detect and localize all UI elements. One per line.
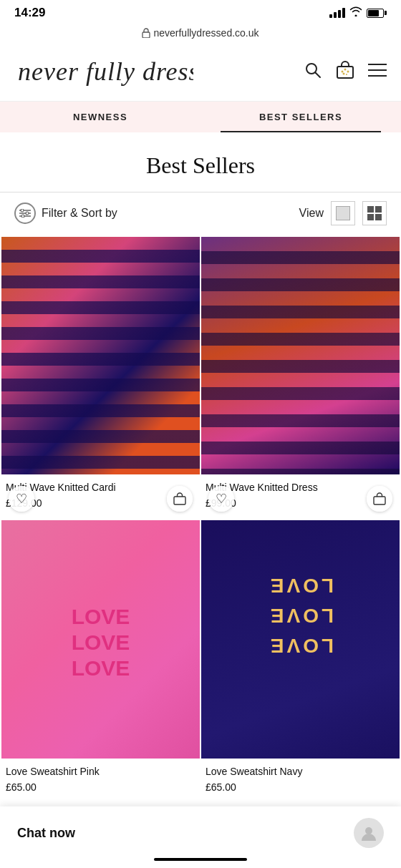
filter-icon	[14, 203, 36, 224]
status-bar: 14:29	[0, 0, 401, 23]
battery-icon	[367, 9, 387, 18]
svg-point-5	[342, 70, 344, 72]
site-logo: never fully dressed	[14, 52, 193, 92]
page-title-section: Best Sellers	[0, 132, 401, 192]
browser-url: neverfullydressed.co.uk	[142, 27, 259, 39]
four-grid-icon	[367, 206, 382, 220]
wishlist-button-2[interactable]: ♡	[208, 486, 234, 512]
view-label: View	[299, 207, 324, 220]
chat-now-text: Chat now	[17, 826, 75, 841]
product-card-1[interactable]: ♡ Multi Wave Knitted Cardi £129.00	[1, 237, 200, 519]
svg-point-8	[343, 72, 345, 74]
wifi-icon	[349, 6, 362, 19]
product-info-4: Love Sweatshirt Navy £65.00	[201, 759, 400, 803]
product-image-4	[201, 520, 400, 758]
product-info-3: Love Sweatshirt Pink £65.00	[1, 759, 200, 803]
product-card-3[interactable]: LOVELOVELOVE Love Sweatshirt Pink £65.00	[1, 520, 200, 802]
product-card-2[interactable]: ♡ Multi Wave Knitted Dress £99.00	[201, 237, 400, 519]
svg-text:never fully dressed: never fully dressed	[18, 57, 193, 86]
status-time: 14:29	[14, 6, 45, 20]
svg-point-21	[365, 827, 372, 834]
svg-point-6	[344, 68, 347, 70]
tab-newness[interactable]: NEWNESS	[0, 102, 200, 132]
add-to-bag-button-2[interactable]	[367, 486, 392, 512]
product-name-3: Love Sweatshirt Pink	[6, 766, 195, 777]
svg-point-9	[346, 74, 347, 75]
chat-avatar	[354, 818, 384, 848]
single-grid-icon	[336, 206, 350, 220]
signal-icon	[329, 8, 345, 18]
product-price-3: £65.00	[6, 781, 195, 793]
product-actions-2: ♡	[201, 486, 400, 512]
lock-icon	[142, 28, 150, 38]
view-single-button[interactable]	[331, 201, 355, 225]
product-image-2	[201, 237, 400, 474]
wishlist-button-1[interactable]: ♡	[9, 486, 34, 512]
filter-label: Filter & Sort by	[42, 207, 117, 220]
home-indicator	[154, 858, 247, 861]
chat-bar[interactable]: Chat now	[0, 806, 401, 868]
svg-line-3	[316, 72, 321, 77]
svg-point-16	[21, 209, 24, 212]
svg-point-18	[21, 215, 24, 218]
nav-tabs: NEWNESS BEST SELLERS	[0, 101, 401, 132]
filter-sort-button[interactable]: Filter & Sort by	[14, 203, 117, 224]
view-controls: View	[299, 201, 387, 225]
svg-rect-4	[337, 67, 353, 78]
product-actions-1: ♡	[1, 486, 200, 512]
product-image-1	[1, 237, 200, 474]
search-icon[interactable]	[304, 61, 322, 84]
header-icons	[304, 60, 387, 84]
tab-bestsellers[interactable]: BEST SELLERS	[200, 102, 401, 132]
filter-bar: Filter & Sort by View	[0, 192, 401, 237]
svg-point-7	[347, 70, 349, 72]
product-image-3: LOVELOVELOVE	[1, 520, 200, 758]
view-four-button[interactable]	[362, 201, 387, 225]
add-to-bag-button-1[interactable]	[167, 486, 193, 512]
product-name-4: Love Sweatshirt Navy	[206, 766, 395, 777]
product-card-4[interactable]: Love Sweatshirt Navy £65.00	[201, 520, 400, 802]
bag-icon[interactable]	[335, 60, 355, 84]
svg-rect-19	[174, 497, 185, 504]
site-header: never fully dressed	[0, 43, 401, 101]
svg-point-17	[26, 212, 29, 215]
product-grid: ♡ Multi Wave Knitted Cardi £129.00 ♡	[0, 237, 401, 803]
svg-rect-20	[374, 497, 385, 504]
logo-svg: never fully dressed	[14, 52, 193, 87]
browser-bar: neverfullydressed.co.uk	[0, 23, 401, 43]
page-title: Best Sellers	[14, 152, 387, 179]
svg-rect-0	[142, 32, 150, 38]
status-icons	[329, 6, 387, 19]
menu-icon[interactable]	[368, 62, 387, 82]
product-price-4: £65.00	[206, 781, 395, 793]
